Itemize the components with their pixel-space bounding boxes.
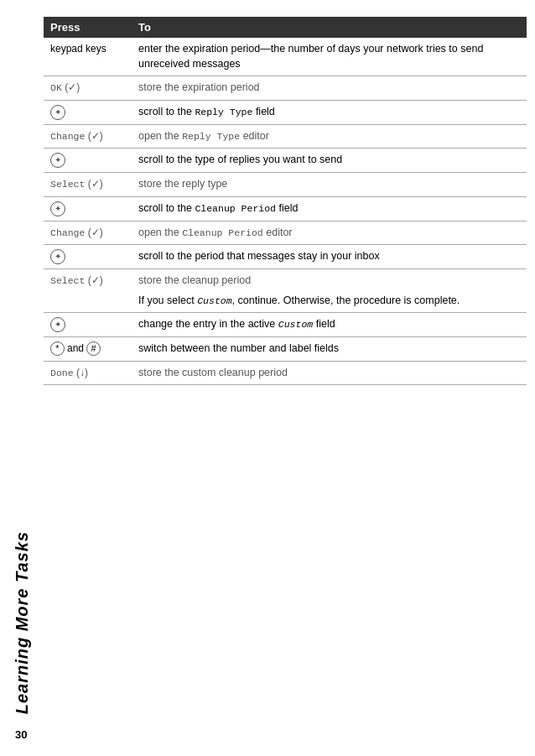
table-row: Select (✓) store the cleanup period If y…: [44, 269, 527, 313]
table-row: * and # switch between the number and la…: [44, 337, 527, 362]
to-cell: store the reply type: [132, 173, 527, 197]
table-row: Change (✓) open the Cleanup Period edito…: [44, 221, 527, 245]
joystick-icon: [50, 317, 65, 332]
to-cell: switch between the number and label fiel…: [132, 337, 527, 362]
press-cell: [44, 196, 132, 221]
to-cell: scroll to the period that messages stay …: [132, 245, 527, 269]
instructions-table: Press To keypad keys enter the expiratio…: [44, 17, 527, 385]
main-content: Press To keypad keys enter the expiratio…: [44, 17, 527, 739]
press-cell: * and #: [44, 337, 132, 362]
to-cell: open the Cleanup Period editor: [132, 221, 527, 245]
table-row: keypad keys enter the expiration period—…: [44, 38, 527, 76]
joystick-icon: [50, 105, 65, 120]
table-row: scroll to the Reply Type field: [44, 100, 527, 124]
page-number: 30: [15, 728, 27, 741]
press-cell: [44, 100, 132, 124]
press-cell: [44, 313, 132, 337]
to-cell: scroll to the Cleanup Period field: [132, 196, 527, 221]
header-press: Press: [44, 17, 132, 38]
to-cell: scroll to the Reply Type field: [132, 100, 527, 124]
to-cell: store the cleanup period If you select C…: [132, 269, 527, 313]
press-cell: keypad keys: [44, 38, 132, 76]
to-cell: store the expiration period: [132, 76, 527, 101]
table-row: OK (✓) store the expiration period: [44, 76, 527, 101]
table-row: Done (↓) store the custom cleanup period: [44, 361, 527, 385]
joystick-icon: [50, 249, 65, 264]
press-cell: Change (✓): [44, 124, 132, 149]
table-row: Change (✓) open the Reply Type editor: [44, 124, 527, 149]
table-row: scroll to the period that messages stay …: [44, 245, 527, 269]
table-row: scroll to the type of replies you want t…: [44, 149, 527, 173]
to-cell: open the Reply Type editor: [132, 124, 527, 149]
table-row: Select (✓) store the reply type: [44, 173, 527, 197]
to-cell: scroll to the type of replies you want t…: [132, 149, 527, 173]
table-row: scroll to the Cleanup Period field: [44, 196, 527, 221]
header-to: To: [132, 17, 527, 38]
joystick-icon: [50, 153, 65, 168]
press-cell: Select (✓): [44, 173, 132, 197]
press-cell: Change (✓): [44, 221, 132, 245]
to-cell: store the custom cleanup period: [132, 361, 527, 385]
sidebar: Learning More Tasks: [0, 0, 44, 756]
press-cell: Done (↓): [44, 361, 132, 385]
table-row: change the entry in the active Custom fi…: [44, 313, 527, 337]
to-cell: change the entry in the active Custom fi…: [132, 313, 527, 337]
joystick-icon: [50, 201, 65, 216]
to-cell: enter the expiration period—the number o…: [132, 38, 527, 76]
press-cell: [44, 245, 132, 269]
press-cell: [44, 149, 132, 173]
press-cell: Select (✓): [44, 269, 132, 313]
press-cell: OK (✓): [44, 76, 132, 101]
chapter-title: Learning More Tasks: [13, 531, 32, 714]
